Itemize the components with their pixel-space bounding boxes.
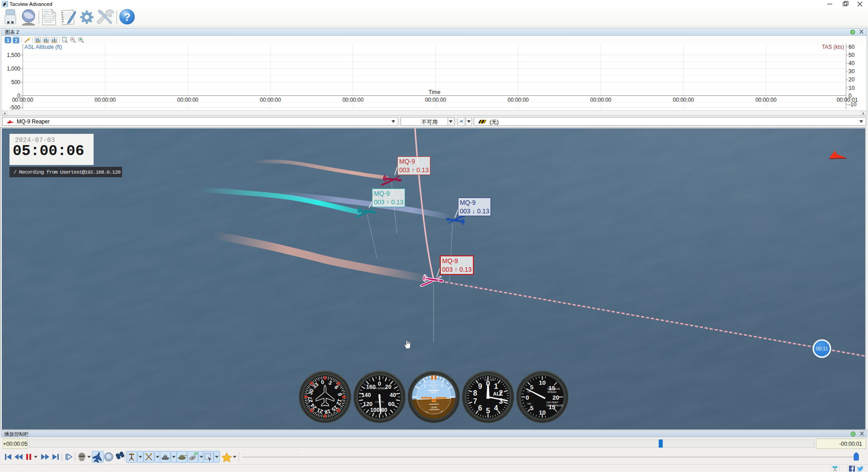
svg-text:00:00:01: 00:00:01 (837, 97, 858, 103)
svg-text:00:00:00: 00:00:00 (508, 97, 529, 103)
svg-text:0: 0 (441, 383, 443, 387)
svg-text:AIR SPEED: AIR SPEED (372, 387, 387, 390)
svg-text:?: ? (124, 11, 131, 23)
svg-text:0: 0 (378, 381, 381, 387)
svg-text:10: 10 (849, 85, 855, 91)
svg-text:00:00:00: 00:00:00 (755, 97, 777, 103)
svg-text:80: 80 (381, 407, 387, 413)
svg-text:7: 7 (473, 397, 477, 405)
svg-text:140: 140 (362, 392, 371, 398)
svg-text:1,500: 1,500 (7, 52, 20, 58)
svg-text:PER MINUTE: PER MINUTE (547, 404, 563, 407)
svg-text:00:11: 00:11 (816, 346, 828, 351)
svg-text:8: 8 (473, 389, 477, 397)
svg-text:20: 20 (849, 76, 855, 83)
svg-text:00:00:00: 00:00:00 (673, 97, 694, 103)
svg-text:00:00:00: 00:00:00 (590, 97, 612, 103)
svg-text:100 FEET: 100 FEET (547, 401, 559, 404)
svg-text:ALT: ALT (493, 391, 503, 396)
svg-text:40: 40 (849, 60, 855, 66)
svg-text:00:00:00: 00:00:00 (94, 97, 116, 103)
svg-text:4: 4 (494, 404, 498, 412)
svg-text:Time: Time (429, 89, 441, 95)
svg-text:3: 3 (424, 384, 426, 388)
svg-text:VERTICAL: VERTICAL (547, 387, 561, 390)
svg-text:40: 40 (390, 392, 396, 398)
svg-text:30: 30 (849, 68, 855, 75)
svg-text:DIVE: DIVE (431, 406, 437, 409)
svg-text:100: 100 (370, 407, 380, 413)
svg-text:10: 10 (539, 379, 546, 386)
svg-text:5: 5 (486, 407, 490, 415)
svg-text:60: 60 (849, 44, 855, 50)
svg-text:120: 120 (363, 401, 373, 407)
svg-text:FEET: FEET (490, 378, 496, 381)
svg-text:20: 20 (552, 394, 559, 401)
svg-text:IN Hg: IN Hg (500, 401, 506, 403)
svg-text:100: 100 (484, 378, 488, 381)
svg-text:10: 10 (539, 409, 546, 416)
svg-text:00:00:00: 00:00:00 (425, 97, 446, 103)
svg-text:2: 2 (15, 38, 18, 43)
svg-text:00:00:00: 00:00:00 (177, 97, 198, 103)
svg-text:CLIMB: CLIMB (430, 389, 438, 392)
svg-text:1,000: 1,000 (7, 66, 20, 72)
svg-text:TAS (kts): TAS (kts) (822, 44, 844, 50)
svg-text:0: 0 (526, 394, 529, 401)
svg-text:5: 5 (530, 405, 533, 411)
svg-text:00:00:00: 00:00:00 (260, 97, 281, 103)
svg-text:500: 500 (11, 79, 20, 85)
svg-text:1: 1 (494, 382, 498, 390)
svg-text:50: 50 (849, 52, 855, 58)
svg-text:DN: DN (528, 402, 532, 405)
svg-text:00:00:00: 00:00:00 (12, 97, 33, 103)
svg-text:SPEED: SPEED (547, 391, 557, 393)
svg-text:9: 9 (478, 382, 482, 390)
svg-text:6: 6 (478, 404, 482, 412)
svg-text:5: 5 (530, 384, 533, 391)
svg-text:ASL Altitude (ft): ASL Altitude (ft) (24, 44, 62, 50)
svg-text:00:00:00: 00:00:00 (342, 97, 363, 103)
svg-text:60: 60 (388, 401, 395, 407)
svg-text:1: 1 (6, 38, 9, 43)
svg-text:-500: -500 (9, 104, 20, 110)
